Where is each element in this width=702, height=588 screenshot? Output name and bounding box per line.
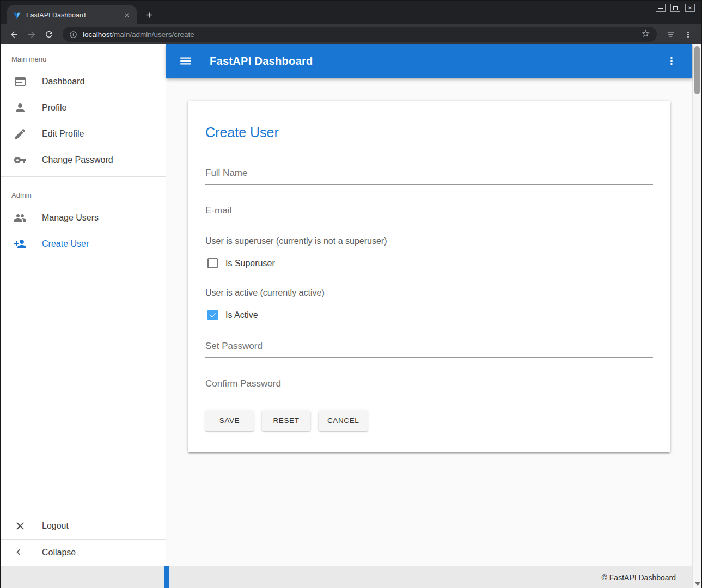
sidebar-item-change-password[interactable]: Change Password	[1, 147, 166, 173]
close-icon	[14, 519, 27, 532]
cancel-button[interactable]: CANCEL	[319, 411, 368, 431]
sidebar-spacer	[1, 257, 166, 513]
url-text: localhost/main/admin/users/create	[83, 30, 194, 39]
page-content: Create User User is superuser (currently…	[166, 78, 692, 566]
person-add-icon	[14, 237, 27, 250]
scrollbar-down-arrow[interactable]	[695, 582, 700, 586]
sidebar-item-dashboard[interactable]: Dashboard	[1, 69, 166, 95]
confirm-password-field	[205, 377, 653, 395]
vuetify-favicon-icon	[13, 11, 21, 20]
person-icon	[14, 101, 27, 114]
active-checkbox[interactable]	[207, 310, 218, 320]
pencil-icon	[14, 127, 27, 140]
full-name-field	[205, 167, 653, 185]
window-controls: ✕	[656, 4, 697, 12]
footer-accent	[164, 566, 169, 588]
scrollbar-thumb[interactable]	[694, 46, 700, 94]
superuser-hint-text: User is superuser (currently is not a su…	[205, 236, 653, 246]
form-actions: SAVE RESET CANCEL	[205, 411, 653, 431]
sidebar-item-label: Create User	[42, 239, 89, 249]
superuser-checkbox[interactable]	[207, 258, 218, 268]
sidebar-item-label: Change Password	[42, 155, 113, 165]
main-area: FastAPI Dashboard Create User	[166, 44, 692, 566]
sidebar-item-label: Profile	[42, 103, 66, 113]
sidebar: Main menu Dashboard Profile Edit Profile…	[1, 44, 166, 566]
sidebar-item-label: Collapse	[42, 548, 76, 558]
browser-menu-button[interactable]	[680, 26, 696, 42]
sidebar-item-create-user[interactable]: Create User	[1, 231, 166, 257]
app-root: Main menu Dashboard Profile Edit Profile…	[1, 44, 701, 588]
close-button[interactable]: ✕	[685, 4, 695, 12]
superuser-checkbox-row[interactable]: Is Superuser	[205, 258, 653, 268]
address-bar[interactable]: localhost/main/admin/users/create	[63, 27, 657, 42]
page-info-icon[interactable]	[69, 30, 77, 39]
full-name-input[interactable]	[205, 167, 653, 185]
chevron-left-icon	[13, 546, 26, 559]
tab-title: FastAPI Dashboard	[26, 11, 117, 19]
active-checkbox-row[interactable]: Is Active	[205, 310, 653, 320]
maximize-button[interactable]	[670, 4, 680, 12]
email-field	[205, 204, 653, 222]
back-button[interactable]	[6, 26, 22, 42]
people-icon	[14, 211, 27, 224]
url-path: /main/admin/users/create	[112, 30, 194, 39]
superuser-checkbox-label: Is Superuser	[225, 259, 275, 268]
forward-button[interactable]	[23, 26, 40, 42]
sidebar-item-label: Logout	[42, 521, 69, 531]
reset-button[interactable]: RESET	[262, 411, 310, 431]
bookmark-star-icon[interactable]	[641, 29, 650, 40]
browser-tab[interactable]: FastAPI Dashboard	[7, 5, 137, 24]
sidebar-item-edit-profile[interactable]: Edit Profile	[1, 121, 166, 147]
hamburger-menu-button[interactable]	[174, 49, 198, 73]
sidebar-item-logout[interactable]: Logout	[1, 513, 166, 539]
dashboard-icon	[14, 75, 27, 88]
sidebar-item-manage-users[interactable]: Manage Users	[1, 205, 166, 231]
sidebar-item-label: Manage Users	[42, 213, 99, 223]
reload-button[interactable]	[41, 26, 57, 42]
url-host: localhost	[83, 30, 112, 39]
sidebar-item-profile[interactable]: Profile	[1, 95, 166, 121]
browser-tabstrip: FastAPI Dashboard ✕	[1, 1, 701, 24]
sidebar-collapse-button[interactable]: Collapse	[1, 539, 166, 566]
app-bar: FastAPI Dashboard	[166, 44, 692, 78]
app-footer: © FastAPI Dashboard	[1, 566, 692, 588]
tab-close-icon[interactable]	[122, 10, 131, 20]
app-title: FastAPI Dashboard	[210, 55, 313, 68]
browser-window: FastAPI Dashboard ✕ localhost/main/admin…	[0, 0, 702, 588]
sidebar-item-label: Dashboard	[42, 77, 84, 87]
confirm-password-input[interactable]	[205, 377, 653, 395]
email-input[interactable]	[205, 204, 653, 222]
active-hint-text: User is active (currently active)	[205, 288, 653, 298]
appbar-overflow-menu-button[interactable]	[660, 49, 683, 73]
sidebar-item-label: Edit Profile	[42, 129, 84, 139]
copyright-text: © FastAPI Dashboard	[602, 573, 676, 582]
browser-toolbar: localhost/main/admin/users/create	[1, 24, 701, 44]
create-user-card: Create User User is superuser (currently…	[188, 101, 670, 452]
save-button[interactable]: SAVE	[205, 411, 254, 431]
minimize-button[interactable]	[656, 4, 666, 12]
set-password-input[interactable]	[205, 340, 653, 358]
active-checkbox-label: Is Active	[225, 310, 258, 320]
sidebar-divider	[1, 176, 166, 177]
page-scrollbar[interactable]	[692, 44, 701, 588]
sidebar-section-admin: Admin	[1, 180, 166, 205]
checkmark-icon	[209, 311, 217, 319]
page-title: Create User	[205, 125, 653, 140]
extensions-icon[interactable]	[662, 26, 679, 42]
new-tab-button[interactable]	[141, 7, 157, 23]
set-password-field	[205, 340, 653, 358]
sidebar-section-main-menu: Main menu	[1, 44, 166, 69]
key-icon	[14, 154, 27, 167]
